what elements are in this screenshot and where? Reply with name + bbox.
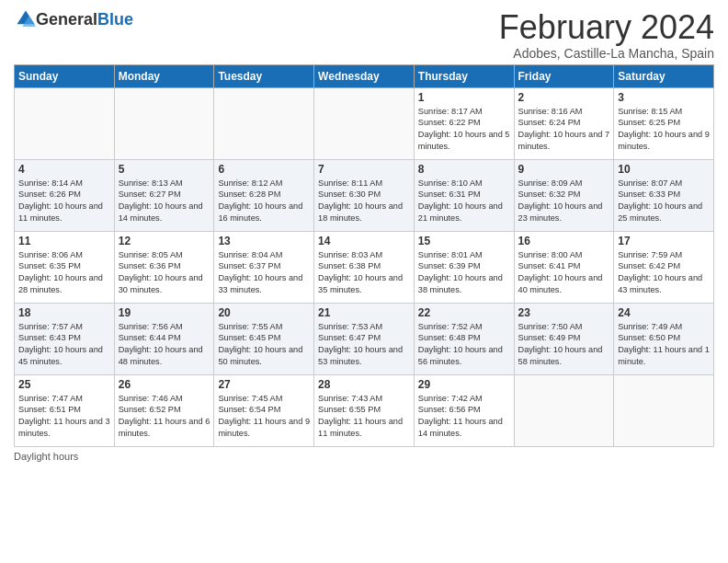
day-info: Sunrise: 8:11 AM Sunset: 6:30 PM Dayligh… — [318, 178, 410, 225]
day-number: 6 — [218, 163, 310, 176]
calendar-header: GeneralBlue February 2024 Adobes, Castil… — [14, 9, 714, 61]
title-block: February 2024 Adobes, Castille-La Mancha… — [499, 9, 714, 61]
day-number: 14 — [318, 235, 410, 247]
day-info: Sunrise: 7:53 AM Sunset: 6:47 PM Dayligh… — [318, 321, 410, 369]
day-info: Sunrise: 8:07 AM Sunset: 6:33 PM Dayligh… — [618, 178, 710, 225]
calendar-table: Sunday Monday Tuesday Wednesday Thursday… — [14, 64, 714, 447]
table-cell: 2Sunrise: 8:16 AM Sunset: 6:24 PM Daylig… — [514, 87, 614, 159]
day-info: Sunrise: 8:13 AM Sunset: 6:27 PM Dayligh… — [119, 178, 210, 225]
day-number: 24 — [618, 306, 710, 319]
day-number: 15 — [418, 235, 510, 247]
day-info: Sunrise: 8:17 AM Sunset: 6:22 PM Dayligh… — [418, 106, 510, 154]
day-number: 3 — [618, 91, 710, 104]
day-number: 23 — [518, 306, 610, 319]
table-cell — [514, 374, 614, 446]
table-cell: 3Sunrise: 8:15 AM Sunset: 6:25 PM Daylig… — [614, 87, 714, 159]
table-cell: 19Sunrise: 7:56 AM Sunset: 6:44 PM Dayli… — [114, 303, 214, 374]
calendar-week-row: 1Sunrise: 8:17 AM Sunset: 6:22 PM Daylig… — [15, 87, 714, 159]
table-cell — [114, 87, 214, 159]
table-cell: 10Sunrise: 8:07 AM Sunset: 6:33 PM Dayli… — [614, 159, 714, 231]
day-number: 20 — [218, 306, 310, 319]
table-cell: 4Sunrise: 8:14 AM Sunset: 6:26 PM Daylig… — [15, 159, 115, 231]
th-monday: Monday — [114, 64, 214, 87]
day-number: 21 — [318, 306, 410, 319]
day-info: Sunrise: 8:00 AM Sunset: 6:41 PM Dayligh… — [518, 249, 610, 297]
day-info: Sunrise: 7:50 AM Sunset: 6:49 PM Dayligh… — [518, 321, 610, 369]
calendar-footer: Daylight hours — [14, 451, 714, 462]
table-cell — [314, 87, 415, 159]
day-info: Sunrise: 8:14 AM Sunset: 6:26 PM Dayligh… — [18, 178, 110, 225]
th-wednesday: Wednesday — [314, 64, 415, 87]
day-number: 22 — [418, 306, 510, 319]
day-info: Sunrise: 7:49 AM Sunset: 6:50 PM Dayligh… — [618, 321, 710, 369]
day-info: Sunrise: 8:01 AM Sunset: 6:39 PM Dayligh… — [418, 249, 510, 297]
table-cell: 25Sunrise: 7:47 AM Sunset: 6:51 PM Dayli… — [15, 374, 115, 446]
day-number: 10 — [618, 163, 710, 176]
table-cell: 27Sunrise: 7:45 AM Sunset: 6:54 PM Dayli… — [214, 374, 314, 446]
day-number: 12 — [119, 235, 210, 247]
table-cell: 8Sunrise: 8:10 AM Sunset: 6:31 PM Daylig… — [414, 159, 514, 231]
day-info: Sunrise: 7:47 AM Sunset: 6:51 PM Dayligh… — [18, 393, 110, 441]
calendar-body: 1Sunrise: 8:17 AM Sunset: 6:22 PM Daylig… — [15, 87, 714, 446]
day-info: Sunrise: 7:59 AM Sunset: 6:42 PM Dayligh… — [618, 249, 710, 297]
day-number: 13 — [218, 235, 310, 247]
day-number: 4 — [18, 163, 110, 176]
calendar-container: GeneralBlue February 2024 Adobes, Castil… — [0, 0, 728, 471]
table-cell: 20Sunrise: 7:55 AM Sunset: 6:45 PM Dayli… — [214, 303, 314, 374]
logo-icon — [16, 9, 36, 29]
table-cell: 12Sunrise: 8:05 AM Sunset: 6:36 PM Dayli… — [114, 231, 214, 303]
th-sunday: Sunday — [15, 64, 115, 87]
th-friday: Friday — [514, 64, 614, 87]
table-cell: 6Sunrise: 8:12 AM Sunset: 6:28 PM Daylig… — [214, 159, 314, 231]
day-number: 5 — [119, 163, 210, 176]
day-info: Sunrise: 7:45 AM Sunset: 6:54 PM Dayligh… — [218, 393, 310, 441]
table-cell — [214, 87, 314, 159]
table-cell: 15Sunrise: 8:01 AM Sunset: 6:39 PM Dayli… — [414, 231, 514, 303]
table-cell: 16Sunrise: 8:00 AM Sunset: 6:41 PM Dayli… — [514, 231, 614, 303]
day-info: Sunrise: 8:04 AM Sunset: 6:37 PM Dayligh… — [218, 249, 310, 297]
table-cell: 7Sunrise: 8:11 AM Sunset: 6:30 PM Daylig… — [314, 159, 415, 231]
day-number: 28 — [318, 378, 410, 391]
table-cell: 9Sunrise: 8:09 AM Sunset: 6:32 PM Daylig… — [514, 159, 614, 231]
day-number: 17 — [618, 235, 710, 247]
day-number: 25 — [18, 378, 110, 391]
day-info: Sunrise: 8:15 AM Sunset: 6:25 PM Dayligh… — [618, 106, 710, 154]
day-info: Sunrise: 7:52 AM Sunset: 6:48 PM Dayligh… — [418, 321, 510, 369]
day-info: Sunrise: 7:46 AM Sunset: 6:52 PM Dayligh… — [119, 393, 210, 441]
day-info: Sunrise: 8:03 AM Sunset: 6:38 PM Dayligh… — [318, 249, 410, 297]
logo-blue: Blue — [97, 10, 133, 29]
day-number: 18 — [18, 306, 110, 319]
table-cell: 23Sunrise: 7:50 AM Sunset: 6:49 PM Dayli… — [514, 303, 614, 374]
table-cell: 28Sunrise: 7:43 AM Sunset: 6:55 PM Dayli… — [314, 374, 415, 446]
day-info: Sunrise: 8:06 AM Sunset: 6:35 PM Dayligh… — [18, 249, 110, 297]
day-info: Sunrise: 8:05 AM Sunset: 6:36 PM Dayligh… — [119, 249, 210, 297]
table-cell: 13Sunrise: 8:04 AM Sunset: 6:37 PM Dayli… — [214, 231, 314, 303]
day-number: 29 — [418, 378, 510, 391]
daylight-label: Daylight hours — [14, 451, 78, 462]
day-info: Sunrise: 7:42 AM Sunset: 6:56 PM Dayligh… — [418, 393, 510, 441]
table-cell: 18Sunrise: 7:57 AM Sunset: 6:43 PM Dayli… — [15, 303, 115, 374]
day-info: Sunrise: 7:56 AM Sunset: 6:44 PM Dayligh… — [119, 321, 210, 369]
logo-general: General — [36, 10, 97, 29]
calendar-week-row: 18Sunrise: 7:57 AM Sunset: 6:43 PM Dayli… — [15, 303, 714, 374]
day-number: 27 — [218, 378, 310, 391]
day-number: 19 — [119, 306, 210, 319]
table-cell: 22Sunrise: 7:52 AM Sunset: 6:48 PM Dayli… — [414, 303, 514, 374]
day-info: Sunrise: 7:55 AM Sunset: 6:45 PM Dayligh… — [218, 321, 310, 369]
th-thursday: Thursday — [414, 64, 514, 87]
table-cell — [614, 374, 714, 446]
calendar-week-row: 25Sunrise: 7:47 AM Sunset: 6:51 PM Dayli… — [15, 374, 714, 446]
day-info: Sunrise: 8:12 AM Sunset: 6:28 PM Dayligh… — [218, 178, 310, 225]
day-number: 1 — [418, 91, 510, 104]
day-number: 7 — [318, 163, 410, 176]
table-cell: 11Sunrise: 8:06 AM Sunset: 6:35 PM Dayli… — [15, 231, 115, 303]
th-saturday: Saturday — [614, 64, 714, 87]
location-subtitle: Adobes, Castille-La Mancha, Spain — [499, 46, 714, 61]
table-cell: 5Sunrise: 8:13 AM Sunset: 6:27 PM Daylig… — [114, 159, 214, 231]
day-info: Sunrise: 8:09 AM Sunset: 6:32 PM Dayligh… — [518, 178, 610, 225]
table-cell: 24Sunrise: 7:49 AM Sunset: 6:50 PM Dayli… — [614, 303, 714, 374]
day-number: 26 — [119, 378, 210, 391]
table-cell: 1Sunrise: 8:17 AM Sunset: 6:22 PM Daylig… — [414, 87, 514, 159]
calendar-week-row: 4Sunrise: 8:14 AM Sunset: 6:26 PM Daylig… — [15, 159, 714, 231]
day-number: 9 — [518, 163, 610, 176]
